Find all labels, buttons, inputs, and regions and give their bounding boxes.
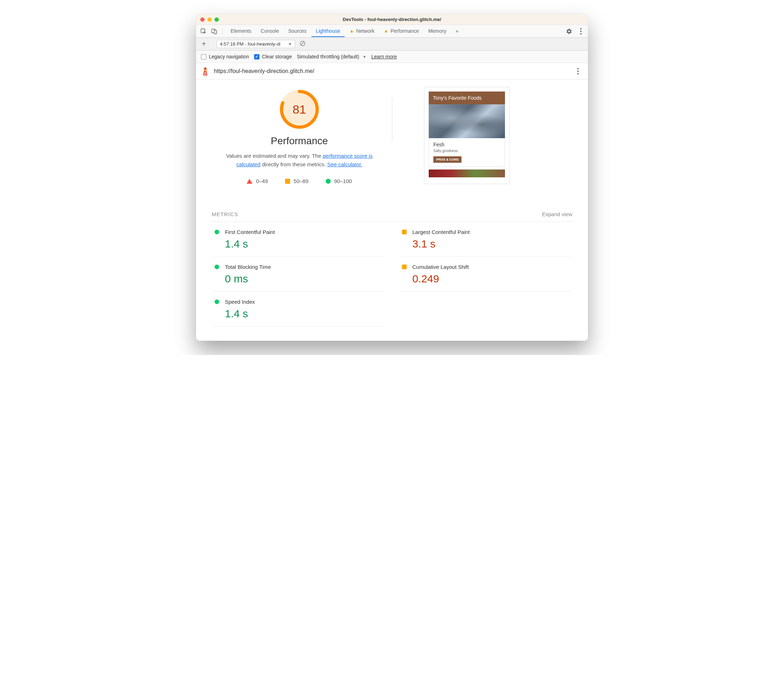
devtools-window: DevTools - foul-heavenly-direction.glitc… — [196, 14, 588, 341]
main-tabbar: Elements Console Sources Lighthouse ▲Net… — [196, 25, 588, 38]
page-screenshot-thumbnail[interactable]: Tony's Favorite Foods Fesh Salty goodnes… — [424, 87, 510, 184]
metric-item[interactable]: Speed Index1.4 s — [212, 292, 385, 327]
thumb-card-title: Fesh — [433, 142, 500, 148]
category-description: Values are estimated and may vary. The p… — [221, 152, 378, 169]
legend-label: 90–100 — [334, 178, 352, 184]
metric-value: 0.249 — [412, 273, 572, 285]
score-legend: 0–49 50–89 90–100 — [246, 178, 352, 184]
report-header: https://foul-heavenly-direction.glitch.m… — [196, 63, 588, 80]
metric-value: 3.1 s — [412, 238, 572, 250]
legend-pass: 90–100 — [326, 178, 352, 184]
thumb-image — [429, 104, 505, 138]
traffic-lights — [200, 17, 219, 22]
metric-status-icon — [215, 264, 219, 269]
legend-fail: 0–49 — [246, 178, 268, 184]
metric-value: 1.4 s — [225, 308, 385, 320]
maximize-window-button[interactable] — [215, 17, 219, 22]
thumb-card-button: PROS & CONS — [433, 156, 461, 163]
throttling-select[interactable]: Simulated throttling (default) ▼ — [297, 54, 366, 59]
metric-item[interactable]: Total Blocking Time0 ms — [212, 257, 385, 292]
tab-label: Memory — [429, 28, 447, 34]
tab-console[interactable]: Console — [256, 26, 283, 37]
metric-name: Cumulative Layout Shift — [412, 264, 469, 270]
legend-label: 0–49 — [256, 178, 268, 184]
chevron-down-icon: ▼ — [363, 55, 366, 59]
score-gauge[interactable]: 81 — [280, 90, 319, 129]
thumb-card-body: Fesh Salty goodness PROS & CONS — [429, 138, 505, 166]
report-selector[interactable]: 4:57:16 PM - foul-heavenly-di ▼ — [217, 40, 295, 48]
metric-name: First Contentful Paint — [225, 229, 275, 235]
tab-label: Network — [356, 28, 374, 34]
tab-label: Sources — [288, 28, 307, 34]
lighthouse-logo-icon — [202, 67, 209, 76]
report-url: https://foul-heavenly-direction.glitch.m… — [214, 68, 569, 75]
throttling-label: Simulated throttling (default) — [297, 54, 359, 59]
thumb-card-subtitle: Salty goodness — [433, 149, 500, 153]
settings-icon[interactable] — [564, 27, 574, 36]
device-toolbar-icon[interactable] — [210, 27, 219, 36]
metric-value: 1.4 s — [225, 238, 385, 250]
svg-line-4 — [301, 42, 304, 45]
svg-rect-5 — [204, 70, 207, 71]
desc-text: Values are estimated and may vary. The — [226, 153, 323, 159]
checkbox-label: Legacy navigation — [209, 54, 249, 59]
new-report-button[interactable]: + — [200, 40, 208, 48]
report-selector-label: 4:57:16 PM - foul-heavenly-di — [220, 41, 281, 47]
more-options-icon[interactable] — [577, 27, 585, 36]
learn-more-link[interactable]: Learn more — [371, 54, 397, 59]
metric-value: 0 ms — [225, 273, 385, 285]
svg-rect-2 — [214, 30, 217, 34]
metric-name: Largest Contentful Paint — [412, 229, 470, 235]
tab-elements[interactable]: Elements — [226, 26, 256, 37]
lighthouse-toolbar: + 4:57:16 PM - foul-heavenly-di ▼ — [196, 38, 588, 51]
circle-icon — [326, 179, 331, 184]
minimize-window-button[interactable] — [207, 17, 212, 22]
tab-label: Console — [260, 28, 279, 34]
see-calculator-link[interactable]: See calculator. — [327, 161, 362, 167]
checkbox-label: Clear storage — [262, 54, 292, 59]
titlebar: DevTools - foul-heavenly-direction.glitc… — [196, 14, 588, 25]
tab-memory[interactable]: Memory — [424, 26, 451, 37]
warning-icon: ▲ — [384, 28, 388, 33]
metric-item[interactable]: Largest Contentful Paint3.1 s — [399, 222, 572, 257]
chevron-down-icon: ▼ — [288, 42, 292, 46]
metric-status-icon — [215, 300, 219, 304]
category-title: Performance — [271, 135, 328, 147]
metric-name: Speed Index — [225, 299, 255, 305]
desc-text: directly from these metrics. — [260, 161, 327, 167]
metrics-heading: METRICS — [212, 211, 238, 217]
legacy-navigation-checkbox[interactable]: Legacy navigation — [201, 54, 249, 59]
metric-status-icon — [402, 230, 407, 234]
metric-item[interactable]: First Contentful Paint1.4 s — [212, 222, 385, 257]
square-icon — [285, 179, 290, 184]
metric-item[interactable]: Cumulative Layout Shift0.249 — [399, 257, 572, 292]
legend-label: 50–89 — [294, 178, 309, 184]
close-window-button[interactable] — [200, 17, 204, 22]
expand-view-toggle[interactable]: Expand view — [542, 211, 572, 217]
metric-status-icon — [215, 230, 219, 234]
tab-network[interactable]: ▲Network — [345, 26, 379, 37]
clear-storage-checkbox[interactable]: Clear storage — [254, 54, 292, 59]
more-tabs-button[interactable]: » — [451, 26, 463, 37]
warning-icon: ▲ — [349, 28, 354, 33]
thumb-image-strip — [429, 170, 505, 177]
report-hero: 81 Performance Values are estimated and … — [196, 80, 588, 198]
tab-sources[interactable]: Sources — [284, 26, 311, 37]
clear-icon[interactable] — [299, 40, 306, 48]
report-menu-icon[interactable] — [574, 67, 582, 76]
lighthouse-options-bar: Legacy navigation Clear storage Simulate… — [196, 51, 588, 63]
chevron-right-icon: » — [455, 28, 458, 34]
legend-average: 50–89 — [285, 178, 309, 184]
tab-label: Lighthouse — [316, 28, 340, 34]
tab-label: Performance — [391, 28, 419, 34]
triangle-icon — [246, 179, 252, 184]
tab-performance[interactable]: ▲Performance — [380, 26, 423, 37]
metric-status-icon — [402, 264, 407, 269]
panel-tabs: Elements Console Sources Lighthouse ▲Net… — [226, 26, 463, 37]
window-title: DevTools - foul-heavenly-direction.glitc… — [196, 17, 588, 22]
score-value: 81 — [280, 90, 319, 129]
tab-lighthouse[interactable]: Lighthouse — [312, 26, 344, 37]
metrics-section: METRICS Expand view First Contentful Pai… — [196, 198, 588, 341]
checkbox-icon — [254, 54, 259, 59]
inspect-element-icon[interactable] — [199, 27, 208, 36]
